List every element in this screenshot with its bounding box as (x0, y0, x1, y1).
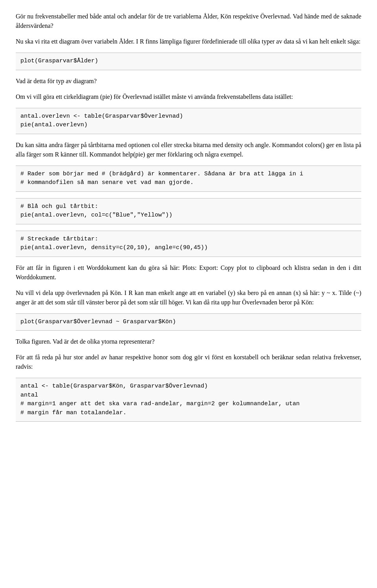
code-line-antal: antal (20, 391, 357, 400)
code-block-streckade: # Streckade tårtbitar: pie(antal.overlev… (16, 231, 361, 257)
code-block-1: plot(Grasparvar$Ålder) (16, 53, 361, 70)
code-line-pie-overlevn: pie(antal.overlevn) (20, 121, 357, 130)
comment-blue-yellow: # Blå och gul tårtbit: (20, 202, 357, 211)
paragraph-8: Tolka figuren. Vad är det de olika ytorn… (16, 337, 361, 346)
code-block-2: antal.overlevn <- table(Grasparvar$Överl… (16, 108, 361, 134)
code-block-comments: # Rader som börjar med # (brädgård) är k… (16, 166, 361, 192)
code-line-pie-colors: pie(antal.overlevn, col=c("Blue","Yellow… (20, 211, 357, 220)
paragraph-6: För att får in figuren i ett Worddokumen… (16, 263, 361, 282)
comment-margin-1: # margin=1 anger att det ska vara rad-an… (20, 400, 357, 409)
comment-streckade: # Streckade tårtbitar: (20, 235, 357, 244)
code-line-antal-overlevn: antal.overlevn <- table(Grasparvar$Överl… (20, 112, 357, 121)
paragraph-1: Gör nu frekvenstabeller med både antal o… (16, 12, 361, 31)
paragraph-9: För att få reda på hur stor andel av han… (16, 353, 361, 371)
paragraph-4: Om vi vill göra ett cirkeldiagram (pie) … (16, 92, 361, 102)
code-block-blue-yellow: # Blå och gul tårtbit: pie(antal.overlev… (16, 198, 361, 224)
comment-line-1: # Rader som börjar med # (brädgård) är k… (20, 170, 357, 179)
code-line-antal-table: antal <- table(Grasparvar$Kön, Grasparva… (20, 382, 357, 391)
paragraph-5: Du kan sätta andra färger på tårtbitarna… (16, 140, 361, 159)
code-line-plot-alder: plot(Grasparvar$Ålder) (20, 57, 357, 66)
paragraph-3: Vad är detta för typ av diagram? (16, 76, 361, 86)
code-line-plot-overlevnad: plot(Grasparvar$Överlevnad ~ Grasparvar$… (20, 318, 357, 327)
paragraph-7: Nu vill vi dela upp överlevnaden på Kön.… (16, 288, 361, 307)
code-line-pie-density: pie(antal.overlevn, density=c(20,10), an… (20, 244, 357, 253)
code-block-plot-overlevnad: plot(Grasparvar$Överlevnad ~ Grasparvar$… (16, 313, 361, 331)
code-block-korstabell: antal <- table(Grasparvar$Kön, Grasparva… (16, 378, 361, 422)
comment-line-2: # kommandofilen så man senare vet vad ma… (20, 178, 357, 188)
comment-margin-2: # margin får man totalandelar. (20, 409, 357, 418)
paragraph-2: Nu ska vi rita ett diagram över variabel… (16, 37, 361, 46)
